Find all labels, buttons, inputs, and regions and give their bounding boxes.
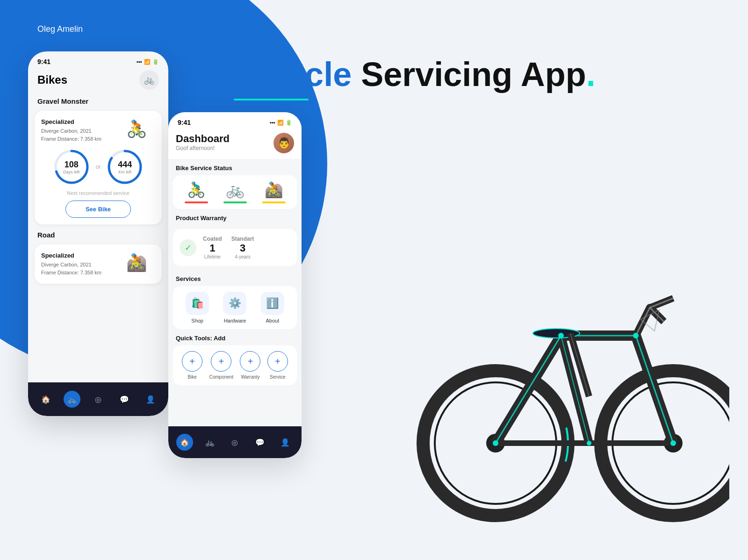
status-icons-1: ▪▪▪ 📶 🔋 (137, 59, 159, 65)
bike2-distance: Frame Distance: 7.358 km (41, 269, 101, 277)
warranty-num-2: 3 (231, 242, 254, 254)
warranty-title: Product Warranty (168, 209, 302, 225)
bike-card-2: Specialized Diverge Carbon, 2021 Frame D… (35, 244, 162, 284)
tool-component-label: Component (209, 374, 233, 380)
bikes-row: 🚴‍♂️ 🚲 🚵 (179, 181, 291, 203)
bike2-image: 🚵 (118, 251, 155, 274)
tool-service[interactable]: + Service (267, 351, 288, 380)
tool-warranty[interactable]: + Warranty (240, 351, 260, 380)
phone1-header: Bikes 🚲 (28, 68, 168, 94)
service-status-card: 🚴‍♂️ 🚲 🚵 (173, 175, 297, 209)
add-bike-button[interactable]: 🚲 (139, 70, 159, 90)
signal-icon-2: ▪▪▪ (270, 120, 275, 125)
battery-icon: 🔋 (152, 59, 159, 65)
status-bar-1: 9:41 ▪▪▪ 📶 🔋 (28, 51, 168, 68)
nav-user-1[interactable]: 👤 (142, 391, 159, 408)
service-status-title: Bike Service Status (168, 159, 302, 175)
tool-service-label: Service (270, 374, 285, 380)
services-row: 🛍️ Shop ⚙️ Hardware ℹ️ About (179, 292, 291, 323)
tool-warranty-label: Warranty (241, 374, 259, 380)
bike-status-1: 🚴‍♂️ (185, 181, 208, 203)
nav-bike-1[interactable]: 🚲 (64, 391, 80, 408)
about-icon: ℹ️ (261, 292, 284, 315)
bike-status-3: 🚵 (262, 181, 286, 203)
check-icon: ✓ (180, 239, 196, 256)
nav-bike-2[interactable]: 🚲 (201, 434, 218, 451)
status-bar-yellow (262, 201, 286, 203)
add-warranty-tool[interactable]: + (240, 351, 260, 372)
title-part2: Servicing App (352, 56, 586, 93)
days-label: Days left (63, 169, 79, 174)
add-bike-tool[interactable]: + (182, 351, 202, 372)
hardware-label: Hardware (224, 318, 246, 323)
warranty-details: Coated 1 Lifetime Standart 3 4-years (203, 236, 254, 259)
add-component-tool[interactable]: + (211, 351, 231, 372)
bike-emoji-1: 🚴‍♂️ (187, 181, 206, 199)
quick-tools-card: + Bike + Component + Warranty + Service (173, 345, 297, 385)
services-title: Services (168, 270, 302, 286)
bike1-brand: Specialized (41, 117, 101, 127)
bike-emoji-3: 🚵 (265, 181, 283, 199)
warranty-sub-2: 4-years (231, 254, 254, 259)
service-about[interactable]: ℹ️ About (261, 292, 284, 323)
warranty-item-1: Coated 1 Lifetime (203, 236, 222, 259)
services-card: 🛍️ Shop ⚙️ Hardware ℹ️ About (173, 286, 297, 329)
main-title: Bicycle Servicing App. (234, 56, 596, 93)
status-bar-green (223, 201, 247, 203)
nav-home-1[interactable]: 🏠 (37, 391, 54, 408)
status-bar-red (185, 201, 208, 203)
km-num: 444 (118, 159, 132, 169)
tool-bike-label: Bike (187, 374, 196, 380)
author-label: Oleg Amelin (37, 24, 83, 34)
see-bike-button[interactable]: See Bike (65, 201, 131, 218)
bike-illustration (411, 242, 729, 532)
bike1-model: Diverge Carbon, 2021 (41, 127, 101, 136)
stats-row: 108 Days left or 444 Km left (41, 144, 155, 188)
title-part1: Bicycle (234, 56, 352, 93)
bike1-distance: Frame Distance: 7.358 km (41, 135, 101, 144)
about-label: About (266, 318, 279, 323)
wifi-icon-2: 📶 (277, 120, 284, 126)
quick-tools-title: Quick Tools: Add (168, 329, 302, 345)
warranty-type-2: Standart (231, 236, 254, 242)
warranty-card: ✓ Coated 1 Lifetime Standart 3 4-years (173, 229, 297, 266)
dashboard-header: Dashboard Goof afternoon! 👨 (168, 129, 302, 159)
nav-home-2[interactable]: 🏠 (176, 434, 193, 451)
wifi-icon: 📶 (144, 59, 151, 65)
shop-icon: 🛍️ (186, 292, 209, 315)
user-avatar[interactable]: 👨 (273, 133, 294, 153)
title-underline (234, 99, 309, 101)
tool-component[interactable]: + Component (209, 351, 233, 380)
hardware-icon: ⚙️ (223, 292, 246, 315)
battery-icon-2: 🔋 (286, 120, 292, 126)
svg-point-16 (558, 333, 564, 338)
signal-icon: ▪▪▪ (137, 59, 142, 65)
shop-label: Shop (191, 318, 203, 323)
nav-chat-1[interactable]: 💬 (116, 391, 133, 408)
svg-point-15 (670, 440, 676, 446)
time-1: 9:41 (37, 58, 50, 65)
km-left-circle: 444 Km left (106, 148, 144, 186)
nav-circle-2[interactable]: ◎ (226, 434, 243, 451)
nav-user-2[interactable]: 👤 (277, 434, 294, 451)
tool-bike[interactable]: + Bike (182, 351, 202, 380)
bike-emoji-2: 🚲 (226, 181, 245, 199)
add-service-tool[interactable]: + (267, 351, 288, 372)
nav-chat-2[interactable]: 💬 (252, 434, 268, 451)
or-text: or (96, 164, 101, 170)
section-gravel: Gravel Monster (28, 94, 168, 107)
nav-circle-1[interactable]: ◎ (90, 391, 107, 408)
status-bar-2: 9:41 ▪▪▪ 📶 🔋 (168, 112, 302, 129)
bike1-image: 🚴 (118, 117, 155, 141)
service-shop[interactable]: 🛍️ Shop (186, 292, 209, 323)
bike-card-1: Specialized Diverge Carbon, 2021 Frame D… (35, 111, 162, 224)
svg-point-14 (493, 440, 498, 446)
bike2-brand: Specialized (41, 251, 101, 261)
title-dot: . (586, 56, 596, 93)
warranty-num-1: 1 (203, 242, 222, 254)
bikes-title: Bikes (37, 73, 67, 86)
service-hardware[interactable]: ⚙️ Hardware (223, 292, 246, 323)
time-2: 9:41 (178, 119, 191, 126)
warranty-type-1: Coated (203, 236, 222, 242)
title-area: Bicycle Servicing App. (234, 56, 596, 101)
